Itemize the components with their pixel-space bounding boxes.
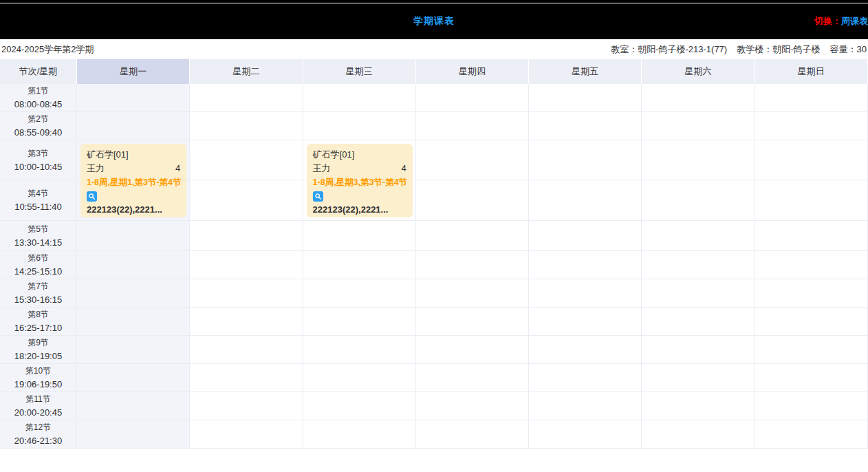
timeslot-cell [416, 336, 529, 364]
period-name: 第7节 [28, 279, 49, 293]
period-name: 第2节 [28, 112, 49, 126]
timeslot-cell [642, 221, 755, 251]
timeslot-cell [755, 279, 868, 308]
timeslot-cell [642, 84, 755, 112]
timeslot-cell [303, 392, 416, 420]
timeslot-cell [416, 364, 529, 392]
timeslot-cell [529, 364, 642, 392]
period-label: 第4节10:55-11:40 [0, 180, 77, 221]
period-time: 10:55-11:40 [14, 200, 61, 214]
period-label: 第7节15:30-16:15 [0, 279, 77, 308]
timeslot-cell [303, 279, 416, 308]
timeslot-cell [642, 392, 755, 420]
period-name: 第1节 [28, 84, 49, 98]
period-label: 第12节20:46-21:30 [0, 420, 77, 449]
course-teacher-row: 王力4 [313, 162, 406, 175]
day-header-7: 星期日 [755, 59, 868, 84]
timeslot-cell [303, 221, 416, 251]
timeslot-cell [642, 140, 755, 180]
room-info: 教室：朝阳-鸽子楼-213-1(77) 教学楼：朝阳-鸽子楼 容量：30 [611, 43, 867, 56]
timeslot-cell [529, 420, 642, 449]
timeslot-cell [77, 221, 190, 251]
period-label: 第6节14:25-15:10 [0, 251, 77, 279]
timeslot-cell [529, 308, 642, 336]
timeslot-cell [416, 279, 529, 308]
period-name: 第9节 [28, 336, 49, 350]
switch-week-view-link[interactable]: 周课表 [841, 15, 868, 28]
period-time: 08:55-09:40 [14, 126, 62, 140]
period-time: 13:30-14:15 [14, 236, 62, 250]
timeslot-cell [190, 84, 303, 112]
timeslot-cell [529, 279, 642, 308]
timeslot-cell [77, 84, 190, 112]
timeslot-cell [77, 308, 190, 336]
timeslot-cell [190, 140, 303, 180]
course-credit: 4 [175, 162, 180, 175]
timeslot-cell [416, 221, 529, 251]
timeslot-cell [303, 112, 416, 140]
timeslot-cell [642, 180, 755, 221]
classroom-value: 朝阳-鸽子楼-213-1(77) [638, 44, 727, 54]
timeslot-cell [416, 112, 529, 140]
timeslot-cell [416, 140, 529, 180]
timeslot-cell [755, 420, 868, 449]
course-card[interactable]: 矿石学[01]王力41-8周,星期1,第3节-第4节222123(22),222… [80, 144, 186, 217]
timeslot-cell [416, 180, 529, 221]
timeslot-cell [190, 180, 303, 221]
course-title: 矿石学[01] [87, 148, 180, 162]
classroom-info: 教室：朝阳-鸽子楼-213-1(77) [611, 43, 727, 56]
classroom-label: 教室： [611, 44, 638, 54]
period-time: 19:06-19:50 [14, 378, 62, 391]
course-teacher: 王力 [313, 162, 331, 175]
capacity-value: 30 [857, 44, 867, 54]
building-info: 教学楼：朝阳-鸽子楼 [737, 43, 820, 56]
period-name: 第11节 [25, 392, 50, 406]
timeslot-cell [77, 420, 190, 449]
course-classes: 222123(22),2221... [313, 203, 406, 217]
timeslot-cell [416, 84, 529, 112]
course-schedule: 1-8周,星期3,第3节-第4节 [313, 175, 406, 189]
building-label: 教学楼： [737, 44, 772, 54]
magnifier-doc-icon[interactable] [313, 191, 323, 202]
period-label: 第2节08:55-09:40 [0, 112, 77, 140]
timeslot-cell [642, 420, 755, 449]
timeslot-cell [190, 112, 303, 140]
magnifier-doc-icon[interactable] [87, 191, 97, 202]
timeslot-cell [755, 392, 868, 420]
timeslot-cell [303, 251, 416, 279]
course-classes: 222123(22),2221... [87, 203, 180, 217]
timeslot-cell [77, 279, 190, 308]
timeslot-cell [303, 308, 416, 336]
period-name: 第3节 [28, 147, 49, 160]
timeslot-cell [190, 308, 303, 336]
timeslot-cell [77, 336, 190, 364]
period-time: 20:46-21:30 [14, 434, 62, 448]
timeslot-cell [303, 84, 416, 112]
timeslot-cell [642, 308, 755, 336]
timeslot-cell [529, 112, 642, 140]
period-time: 16:25-17:10 [14, 321, 62, 335]
corner-header: 节次/星期 [0, 59, 77, 84]
timeslot-cell [642, 364, 755, 392]
timeslot-cell [190, 392, 303, 420]
timeslot-cell [416, 308, 529, 336]
period-label: 第1节08:00-08:45 [0, 84, 77, 112]
period-time: 20:00-20:45 [14, 406, 62, 420]
page-title: 学期课表 [413, 15, 455, 28]
timeslot-cell [642, 279, 755, 308]
timeslot-cell [77, 251, 190, 279]
app-root: 学期课表 切换： 周课表 2024-2025学年第2学期 教室：朝阳-鸽子楼-2… [0, 0, 868, 449]
day-header-4: 星期四 [416, 59, 529, 84]
timeslot-cell [642, 251, 755, 279]
course-schedule: 1-8周,星期1,第3节-第4节 [87, 175, 180, 189]
timeslot-cell [190, 364, 303, 392]
period-time: 18:20-19:05 [14, 350, 62, 363]
timeslot-cell [303, 336, 416, 364]
day-header-6: 星期六 [642, 59, 755, 84]
period-label: 第11节20:00-20:45 [0, 392, 77, 420]
course-card[interactable]: 矿石学[01]王力41-8周,星期3,第3节-第4节222123(22),222… [307, 144, 413, 217]
capacity-label: 容量： [830, 44, 857, 54]
view-switcher: 切换： 周课表 [814, 3, 868, 39]
timeslot-cell [755, 308, 868, 336]
timeslot-cell [755, 140, 868, 180]
